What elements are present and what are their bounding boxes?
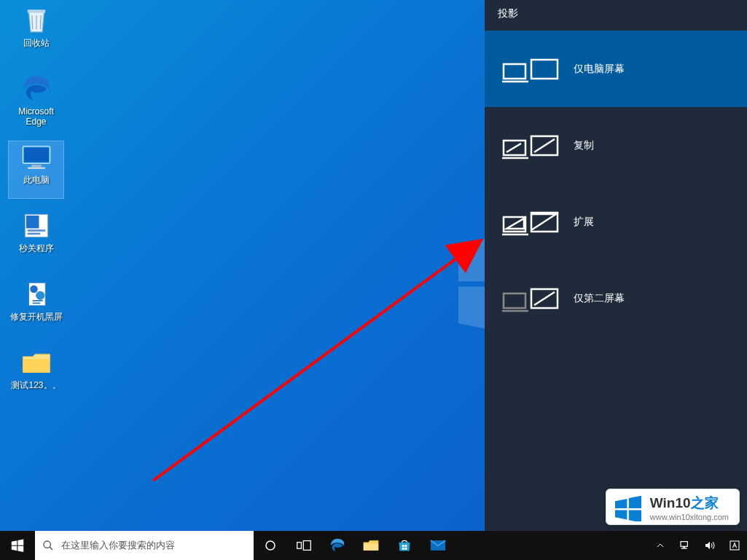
desktop-icon-label: 测试123。。 xyxy=(11,380,60,390)
svg-rect-31 xyxy=(402,545,404,547)
desktop-icon-recycle-bin[interactable]: 回收站 xyxy=(9,4,63,61)
extend-icon xyxy=(502,204,560,240)
this-pc-icon xyxy=(19,141,54,173)
svg-point-11 xyxy=(36,291,44,300)
taskbar-edge[interactable] xyxy=(321,531,354,560)
taskbar: 在这里输入你要搜索的内容 xyxy=(0,531,747,560)
desktop-icon-label: 回收站 xyxy=(23,38,50,48)
svg-rect-36 xyxy=(681,542,687,547)
desktop-icons-column: 回收站 Microsoft Edge 此电脑 xyxy=(9,4,63,415)
svg-rect-21 xyxy=(504,293,525,308)
project-option-duplicate[interactable]: 复制 xyxy=(485,107,747,184)
desktop-icon-seconds-off[interactable]: 秒关程序 xyxy=(9,210,63,267)
duplicate-icon xyxy=(502,127,560,164)
svg-rect-32 xyxy=(404,545,407,547)
project-option-label: 仅电脑屏幕 xyxy=(574,63,625,76)
chevron-up-icon xyxy=(656,541,665,550)
svg-rect-6 xyxy=(26,216,39,229)
svg-rect-7 xyxy=(27,229,45,232)
svg-rect-37 xyxy=(683,546,685,548)
folder-icon xyxy=(19,347,54,379)
watermark-url: www.win10xitong.com xyxy=(650,513,729,521)
taskbar-file-explorer[interactable] xyxy=(354,531,388,560)
project-panel: 投影 仅电脑屏幕 复制 xyxy=(485,0,747,531)
tray-network[interactable] xyxy=(673,531,697,560)
ime-icon xyxy=(729,540,740,551)
recycle-bin-icon xyxy=(19,4,54,36)
project-option-label: 扩展 xyxy=(574,216,594,229)
project-option-extend[interactable]: 扩展 xyxy=(485,184,747,260)
svg-rect-4 xyxy=(28,167,45,170)
svg-rect-34 xyxy=(404,548,407,550)
search-icon xyxy=(42,540,54,551)
search-placeholder-text: 在这里输入你要搜索的内容 xyxy=(61,539,175,552)
network-icon xyxy=(679,540,691,551)
desktop-icon-label: 此电脑 xyxy=(23,175,50,185)
svg-rect-12 xyxy=(504,64,525,79)
taskbar-search[interactable]: 在这里输入你要搜索的内容 xyxy=(35,531,254,560)
project-option-pc-screen-only[interactable]: 仅电脑屏幕 xyxy=(485,31,747,107)
svg-rect-30 xyxy=(364,543,378,550)
svg-rect-28 xyxy=(297,543,302,549)
svg-rect-8 xyxy=(27,233,40,235)
tray-ime[interactable] xyxy=(722,531,747,560)
desktop-icon-label: 秒关程序 xyxy=(19,243,54,253)
tray-overflow[interactable] xyxy=(648,531,673,560)
project-option-label: 复制 xyxy=(574,139,594,152)
edge-icon xyxy=(329,537,345,553)
desktop-icon-label: Microsoft Edge xyxy=(18,106,54,127)
svg-point-10 xyxy=(30,285,38,293)
desktop-icon-test-folder[interactable]: 测试123。。 xyxy=(9,347,63,403)
project-panel-title: 投影 xyxy=(485,0,747,31)
svg-point-25 xyxy=(44,541,50,548)
desktop-background: 回收站 Microsoft Edge 此电脑 xyxy=(0,0,747,560)
edge-icon xyxy=(19,73,54,105)
program-icon xyxy=(19,210,54,242)
svg-line-24 xyxy=(153,240,481,481)
svg-rect-29 xyxy=(303,541,310,551)
fix-boot-icon xyxy=(19,278,54,310)
folder-icon xyxy=(363,539,379,552)
svg-line-26 xyxy=(50,547,52,550)
svg-rect-3 xyxy=(31,165,42,167)
svg-rect-2 xyxy=(24,147,49,162)
volume-icon xyxy=(704,540,716,551)
desktop-icon-edge[interactable]: Microsoft Edge xyxy=(9,73,63,130)
windows-logo-icon xyxy=(11,539,24,552)
project-option-label: 仅第二屏幕 xyxy=(574,292,625,305)
task-view-button[interactable] xyxy=(287,531,321,560)
watermark-badge: Win10之家 www.win10xitong.com xyxy=(606,489,740,525)
taskbar-mail[interactable] xyxy=(421,531,455,560)
second-only-icon xyxy=(502,280,560,317)
desktop-icon-fix-boot[interactable]: 修复开机黑屏 xyxy=(9,278,63,335)
taskbar-store[interactable] xyxy=(388,531,421,560)
taskbar-tray xyxy=(648,531,747,560)
cortana-button[interactable] xyxy=(254,531,287,560)
desktop-icon-this-pc[interactable]: 此电脑 xyxy=(9,141,63,198)
svg-point-27 xyxy=(266,541,275,550)
project-option-second-screen-only[interactable]: 仅第二屏幕 xyxy=(485,260,747,336)
tray-volume[interactable] xyxy=(697,531,722,560)
task-view-icon xyxy=(297,540,311,551)
watermark-brand: Win10之家 xyxy=(650,494,729,513)
cortana-icon xyxy=(264,539,277,552)
start-button[interactable] xyxy=(0,531,35,560)
svg-rect-38 xyxy=(681,548,687,548)
store-icon xyxy=(397,538,412,553)
svg-rect-14 xyxy=(531,60,558,79)
watermark-logo-icon xyxy=(614,495,643,521)
desktop-icon-label: 修复开机黑屏 xyxy=(10,312,63,322)
pc-only-icon xyxy=(502,51,560,87)
mail-icon xyxy=(430,540,446,551)
svg-rect-33 xyxy=(402,548,404,550)
svg-rect-0 xyxy=(27,9,45,12)
